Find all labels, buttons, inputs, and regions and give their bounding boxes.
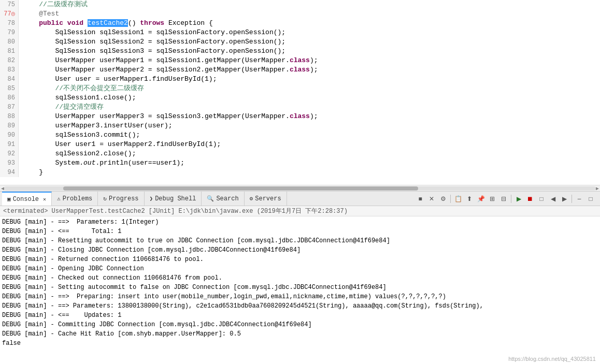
console-line-false: false	[2, 339, 598, 348]
line-content: @Test	[19, 9, 600, 19]
code-editor: 75 //二级缓存测试 77◎ @Test 78 public void tes…	[0, 0, 600, 192]
console-tab-icon: ▣	[7, 196, 11, 202]
layout-btn2[interactable]: ⊟	[498, 194, 509, 204]
close-tab-icon[interactable]: ✕	[43, 196, 46, 202]
line-content: userMapper3.insertUser(user);	[19, 121, 600, 130]
code-line: 89 userMapper3.insertUser(user);	[0, 121, 600, 130]
line-number: 77◎	[0, 9, 19, 19]
console-line-1: DEBUG [main] - ==> Parameters: 1(Integer…	[2, 217, 598, 227]
problems-tab-label: Problems	[63, 195, 93, 202]
line-number: 88	[0, 112, 19, 121]
tab-search[interactable]: 🔍 Search	[202, 192, 244, 206]
line-number: 75	[0, 0, 19, 9]
line-content: SqlSession sqlSession1 = sqlSessionFacto…	[19, 28, 600, 37]
console-status-text: <terminated> UserMapperTest.testCache2 […	[3, 207, 348, 215]
line-content: sqlSession3.commit();	[19, 130, 600, 140]
code-line: 81 SqlSession sqlSession3 = sqlSessionFa…	[0, 47, 600, 56]
code-line: 84 User user = userMapper1.findUserById(…	[0, 75, 600, 84]
problems-tab-icon: ⚠	[57, 195, 61, 202]
line-content: sqlSession2.close();	[19, 149, 600, 158]
console-line-11: DEBUG [main] - <== Updates: 1	[2, 311, 598, 320]
code-line: 90 sqlSession3.commit();	[0, 130, 600, 140]
console-line-5: DEBUG [main] - Returned connection 11066…	[2, 255, 598, 264]
code-line: 88 UserMapper userMapper3 = sqlSession3.…	[0, 112, 600, 121]
servers-tab-icon: ⚙	[250, 195, 253, 202]
maximize-view-btn[interactable]: □	[585, 194, 596, 204]
code-line: 79 SqlSession sqlSession1 = sqlSessionFa…	[0, 28, 600, 37]
line-number: 87	[0, 103, 19, 112]
console-line-7: DEBUG [main] - Checked out connection 11…	[2, 273, 598, 283]
back-btn[interactable]: ◀	[548, 194, 558, 204]
progress-tab-label: Progress	[109, 195, 139, 202]
line-content: UserMapper userMapper3 = sqlSession3.get…	[19, 112, 600, 121]
export-btn[interactable]: ⬆	[464, 194, 475, 204]
copy-btn[interactable]: 📋	[453, 194, 463, 204]
tab-progress[interactable]: ↻ Progress	[98, 192, 144, 206]
tab-console[interactable]: ▣ Console ✕	[2, 192, 52, 206]
toolbar-separator-3	[572, 195, 572, 203]
run-btn[interactable]: ▶	[513, 194, 524, 204]
code-line: 80 SqlSession sqlSession2 = sqlSessionFa…	[0, 37, 600, 47]
fwd-btn[interactable]: ▶	[559, 194, 569, 204]
close-btn[interactable]: ✕	[426, 194, 437, 204]
console-tab-label: Console	[13, 196, 39, 203]
pin-btn[interactable]: 📌	[476, 194, 486, 204]
line-number: 79	[0, 28, 19, 37]
tab-problems[interactable]: ⚠ Problems	[52, 192, 98, 206]
line-number: 81	[0, 47, 19, 56]
line-content: //不关闭不会提交至二级缓存	[19, 84, 600, 93]
code-line: 93 System.out.println(user==user1);	[0, 158, 600, 168]
settings-btn[interactable]: ⚙	[438, 194, 448, 204]
code-lines: 75 //二级缓存测试 77◎ @Test 78 public void tes…	[0, 0, 600, 177]
scrollbar-thumb	[63, 186, 418, 191]
code-line: 91 User user1 = userMapper2.findUserById…	[0, 140, 600, 149]
tab-servers[interactable]: ⚙ Servers	[245, 192, 287, 206]
scroll-right-arrow[interactable]: ▶	[596, 185, 599, 192]
stop-btn[interactable]: ■	[415, 194, 425, 204]
search-tab-icon: 🔍	[207, 195, 214, 202]
progress-tab-icon: ↻	[103, 195, 107, 202]
line-number: 91	[0, 140, 19, 149]
line-number: 90	[0, 130, 19, 140]
line-content: //提交清空缓存	[19, 103, 600, 112]
tab-debug-shell[interactable]: ❯ Debug Shell	[145, 192, 202, 206]
line-number: 86	[0, 93, 19, 103]
console-line-13: DEBUG [main] - Cache Hit Ratio [com.shyb…	[2, 329, 598, 339]
minimize-view-btn[interactable]: –	[574, 194, 584, 204]
console-section: ▣ Console ✕ ⚠ Problems ↻ Progress ❯ Debu…	[0, 192, 600, 364]
console-line-3: DEBUG [main] - Resetting autocommit to t…	[2, 236, 598, 245]
console-toolbar: ■ ✕ ⚙ 📋 ⬆ 📌 ⊞ ⊟ ▶ ⏹ □ ◀ ▶ – □	[415, 194, 598, 204]
line-content: SqlSession sqlSession2 = sqlSessionFacto…	[19, 37, 600, 47]
editor-scrollbar[interactable]: ◀ ▶	[0, 185, 600, 191]
code-line: 78 public void testCache2() throws Excep…	[0, 19, 600, 28]
console-status-bar: <terminated> UserMapperTest.testCache2 […	[0, 206, 600, 216]
new-console-btn[interactable]: □	[536, 194, 547, 204]
line-number: 80	[0, 37, 19, 47]
toolbar-separator-2	[511, 195, 511, 203]
servers-tab-label: Servers	[255, 195, 281, 202]
code-line: 86 sqlSession1.close();	[0, 93, 600, 103]
scrollbar-track[interactable]	[4, 186, 596, 191]
code-line: 85 //不关闭不会提交至二级缓存	[0, 84, 600, 93]
line-number: 82	[0, 56, 19, 65]
code-line: 75 //二级缓存测试	[0, 0, 600, 9]
console-line-12: DEBUG [main] - Committing JDBC Connectio…	[2, 320, 598, 329]
search-tab-label: Search	[216, 195, 238, 202]
line-content: UserMapper userMapper2 = sqlSession2.get…	[19, 65, 600, 75]
line-number: 92	[0, 149, 19, 158]
line-number: 83	[0, 65, 19, 75]
code-line: 87 //提交清空缓存	[0, 103, 600, 112]
watermark: https://blog.csdn.net/qq_43025811	[508, 356, 596, 362]
console-line-10: DEBUG [main] - ==> Parameters: 138001380…	[2, 301, 598, 311]
line-number: 84	[0, 75, 19, 84]
line-number: 85	[0, 84, 19, 93]
line-content: sqlSession1.close();	[19, 93, 600, 103]
line-number: 78	[0, 19, 19, 28]
line-number: 94	[0, 168, 19, 177]
console-output[interactable]: DEBUG [main] - ==> Parameters: 1(Integer…	[0, 216, 600, 364]
line-content: SqlSession sqlSession3 = sqlSessionFacto…	[19, 47, 600, 56]
line-content: System.out.println(user==user1);	[19, 158, 600, 168]
terminate-btn[interactable]: ⏹	[525, 194, 535, 204]
layout-btn1[interactable]: ⊞	[487, 194, 497, 204]
line-content: }	[19, 168, 600, 177]
